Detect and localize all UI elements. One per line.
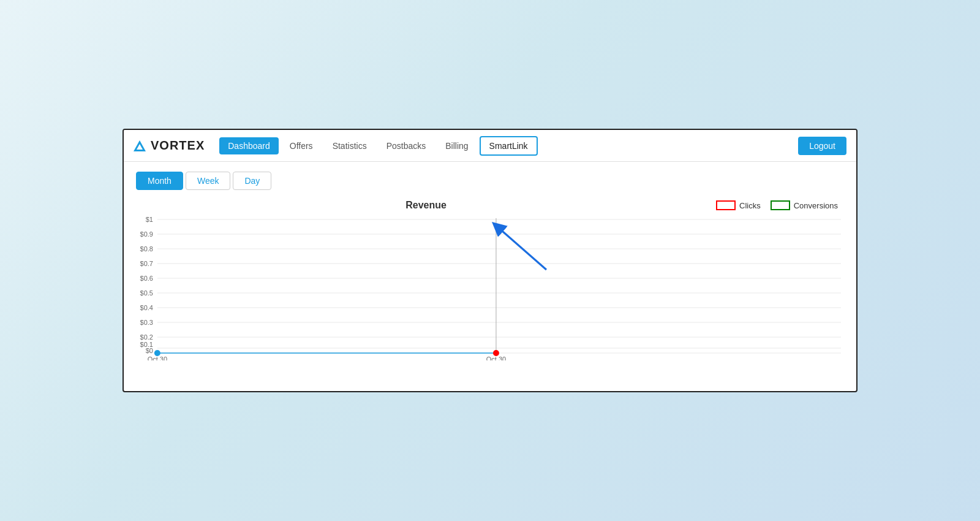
nav-postbacks[interactable]: Postbacks: [378, 137, 435, 154]
logo: VORTEX: [134, 139, 205, 153]
filter-day[interactable]: Day: [233, 172, 271, 190]
nav-billing[interactable]: Billing: [437, 137, 477, 154]
svg-text:Oct 30: Oct 30: [148, 356, 167, 360]
svg-text:$0.8: $0.8: [140, 245, 153, 253]
legend-clicks: Clicks: [716, 200, 761, 210]
svg-text:$0.7: $0.7: [140, 260, 153, 267]
conversions-legend-label: Conversions: [794, 201, 838, 210]
clicks-legend-label: Clicks: [739, 201, 761, 210]
filter-week[interactable]: Week: [186, 172, 231, 190]
main-content: Month Week Day Revenue Clicks Conversion…: [124, 162, 856, 370]
logo-text: VORTEX: [151, 139, 205, 153]
nav-offers[interactable]: Offers: [281, 137, 322, 154]
revenue-chart: $1 $0.9 $0.8 $0.7 $0.6 $0.5 $0.4 $0.3 $0…: [136, 213, 844, 360]
nav-statistics[interactable]: Statistics: [324, 137, 375, 154]
nav-smartlink[interactable]: SmartLink: [480, 136, 538, 156]
svg-text:$0.2: $0.2: [140, 333, 153, 341]
navbar: VORTEX Dashboard Offers Statistics Postb…: [124, 130, 856, 162]
nav-dashboard[interactable]: Dashboard: [219, 137, 279, 154]
filter-month[interactable]: Month: [136, 172, 183, 190]
app-window: VORTEX Dashboard Offers Statistics Postb…: [123, 129, 858, 392]
svg-text:$1: $1: [146, 216, 153, 223]
svg-text:Oct 30: Oct 30: [486, 356, 506, 360]
logo-icon: [134, 140, 146, 151]
conversions-legend-icon: [771, 200, 790, 210]
chart-area: $1 $0.9 $0.8 $0.7 $0.6 $0.5 $0.4 $0.3 $0…: [136, 213, 844, 360]
time-filter-group: Month Week Day: [136, 172, 844, 190]
legend-conversions: Conversions: [771, 200, 838, 210]
nav-items: Dashboard Offers Statistics Postbacks Bi…: [219, 136, 537, 156]
chart-legend: Clicks Conversions: [716, 200, 838, 210]
svg-text:$0.5: $0.5: [140, 289, 153, 297]
svg-text:$0.4: $0.4: [140, 304, 153, 311]
svg-text:$0.6: $0.6: [140, 275, 153, 282]
svg-text:$0.3: $0.3: [140, 319, 153, 326]
svg-text:$0.9: $0.9: [140, 230, 153, 238]
clicks-legend-icon: [716, 200, 736, 210]
svg-text:$0: $0: [146, 347, 153, 354]
chart-header: Revenue Clicks Conversions: [136, 200, 844, 211]
chart-title: Revenue: [405, 200, 447, 210]
logout-button[interactable]: Logout: [798, 137, 846, 155]
